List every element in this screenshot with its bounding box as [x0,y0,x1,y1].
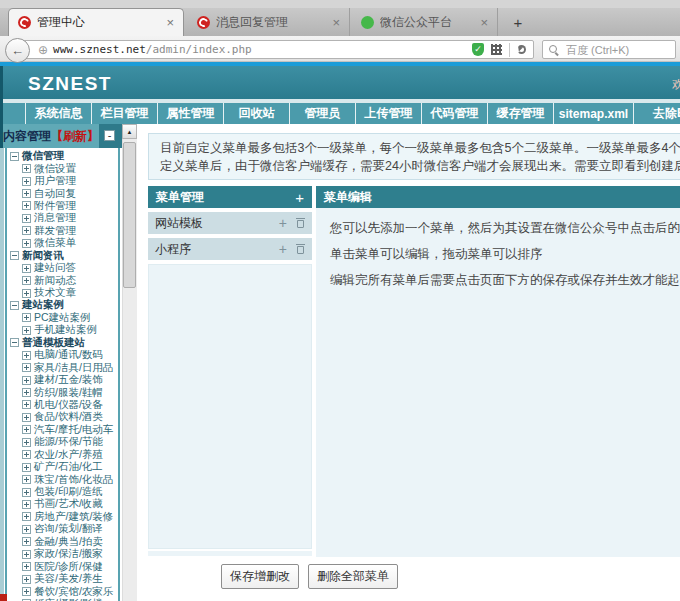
sidebar-tree-item[interactable]: 技术文章 [7,287,118,299]
tree-expand-icon[interactable] [22,177,31,186]
nav-item[interactable]: sitemap.xml [554,103,634,124]
tree-expand-icon[interactable] [22,537,31,546]
tree-expand-icon[interactable] [10,338,19,347]
tree-expand-icon[interactable] [22,164,31,173]
tree-expand-icon[interactable] [22,289,31,298]
tree-expand-icon[interactable] [22,575,31,584]
tree-expand-icon[interactable] [22,376,31,385]
tree-expand-icon[interactable] [22,425,31,434]
sidebar-tree-item[interactable]: 纺织/服装/鞋帽 [7,386,118,398]
save-changes-button[interactable]: 保存增删改 [221,564,299,589]
sidebar-tree-item[interactable]: 食品/饮料/酒类 [7,411,118,423]
browser-tab[interactable]: 微信公众平台 × [352,8,498,36]
reload-icon[interactable] [517,45,526,54]
sidebar-tree-item[interactable]: PC建站案例 [7,312,118,324]
tree-expand-icon[interactable] [22,562,31,571]
tree-expand-icon[interactable] [22,264,31,273]
delete-all-menus-button[interactable]: 删除全部菜单 [308,564,398,589]
sidebar-tree-item[interactable]: 自动回复 [7,187,118,199]
tree-expand-icon[interactable] [22,488,31,497]
sidebar-tree-item[interactable]: 新闻动态 [7,274,118,286]
tree-expand-icon[interactable] [10,301,19,310]
tab-close-icon[interactable]: × [166,16,174,29]
sidebar-tree-item[interactable]: 房地产/建筑/装修 [7,511,118,523]
browser-tab[interactable]: 管理中心 × [8,8,184,36]
sidebar-tree-item[interactable]: 汽车/摩托/电动车 [7,424,118,436]
tree-expand-icon[interactable] [10,251,19,260]
sidebar-tab-content-manage[interactable]: 内容管理 【刷新】 [3,124,99,148]
sidebar-tree-item[interactable]: 餐饮/宾馆/农家乐 [7,585,118,597]
menu-item[interactable]: 网站模板 + [148,212,312,234]
tree-expand-icon[interactable] [22,326,31,335]
sidebar-tree-item[interactable]: 医院/诊所/保健 [7,560,118,572]
security-shield-icon[interactable]: ✓ [472,43,484,56]
sidebar-tree-item[interactable]: 能源/环保/节能 [7,436,118,448]
sidebar-tree-item[interactable]: 建材/五金/装饰 [7,374,118,386]
tree-expand-icon[interactable] [22,525,31,534]
tree-expand-icon[interactable] [22,363,31,372]
tree-expand-icon[interactable] [22,587,31,596]
tab-close-icon[interactable]: × [480,16,488,29]
add-submenu-icon[interactable]: + [279,242,287,256]
sidebar-tree-item[interactable]: 微信管理 [7,150,118,162]
nav-item[interactable]: 属性管理 [158,103,224,124]
sidebar-tree-item[interactable]: 新闻资讯 [7,250,118,262]
nav-item[interactable]: 去除BOM [634,103,680,124]
tree-expand-icon[interactable] [22,313,31,322]
tree-expand-icon[interactable] [22,450,31,459]
tree-expand-icon[interactable] [22,413,31,422]
tree-expand-icon[interactable] [22,276,31,285]
nav-item[interactable] [0,103,26,124]
sidebar-tree-item[interactable]: 微信菜单 [7,237,118,249]
sidebar-tree-item[interactable]: 微信设置 [7,162,118,174]
nav-item[interactable]: 栏目管理 [92,103,158,124]
nav-item[interactable]: 代码管理 [422,103,488,124]
browser-tab[interactable]: 消息回复管理 × [188,8,350,36]
menu-item[interactable]: 小程序 + [148,238,312,260]
nav-item[interactable]: 系统信息 [26,103,92,124]
add-submenu-icon[interactable]: + [279,216,287,230]
sidebar-refresh-link[interactable]: 【刷新】 [51,128,99,145]
add-menu-icon[interactable]: + [295,190,304,205]
tree-expand-icon[interactable] [22,438,31,447]
tree-expand-icon[interactable] [22,475,31,484]
sidebar-tree-item[interactable]: 电脑/通讯/数码 [7,349,118,361]
sidebar-tree-item[interactable]: 附件管理 [7,200,118,212]
tree-expand-icon[interactable] [22,214,31,223]
sidebar-tree-item[interactable]: 建站问答 [7,262,118,274]
new-tab-button[interactable]: + [506,13,530,32]
sidebar-tree-item[interactable]: 农业/水产/养殖 [7,449,118,461]
nav-item[interactable]: 回收站 [224,103,290,124]
sidebar-tree-item[interactable]: 家政/保洁/搬家 [7,548,118,560]
tree-expand-icon[interactable] [22,388,31,397]
url-bar[interactable]: ⊕ www.sznest.net/admin/index.php ✓ [18,40,534,59]
sidebar-tree-item[interactable]: 书画/艺术/收藏 [7,498,118,510]
tree-expand-icon[interactable] [10,152,19,161]
sidebar-tree-item[interactable]: 群发管理 [7,225,118,237]
tree-expand-icon[interactable] [22,189,31,198]
sidebar-tree-item[interactable]: 美容/美发/养生 [7,573,118,585]
sidebar-tree-item[interactable]: 咨询/策划/翻译 [7,523,118,535]
trash-icon[interactable] [296,244,305,255]
sidebar-tree-item[interactable]: 机电/仪器/设备 [7,399,118,411]
scrollbar-thumb[interactable] [123,142,136,288]
sidebar-tree-item[interactable]: 包装/印刷/造纸 [7,486,118,498]
search-box[interactable] [542,40,676,59]
sidebar-tree-item[interactable]: 家具/洁具/日用品 [7,361,118,373]
sidebar-tree-item[interactable]: 普通模板建站 [7,337,118,349]
tab-close-icon[interactable]: × [332,16,340,29]
trash-icon[interactable] [296,218,305,229]
sidebar-tree-item[interactable]: 用户管理 [7,175,118,187]
qr-code-icon[interactable] [491,44,502,55]
search-input[interactable] [564,43,669,57]
sidebar-tree-item[interactable]: 珠宝/首饰/化妆品 [7,473,118,485]
nav-item[interactable]: 上传管理 [356,103,422,124]
sidebar-tree-item[interactable]: 金融/典当/拍卖 [7,536,118,548]
back-button[interactable]: ← [5,38,30,63]
tree-expand-icon[interactable] [22,500,31,509]
nav-item[interactable]: 管理员 [290,103,356,124]
scroll-up-icon[interactable]: ▲ [122,124,137,139]
nav-item[interactable]: 缓存管理 [488,103,554,124]
sidebar-tree-item[interactable]: 消息管理 [7,212,118,224]
tree-expand-icon[interactable] [22,226,31,235]
